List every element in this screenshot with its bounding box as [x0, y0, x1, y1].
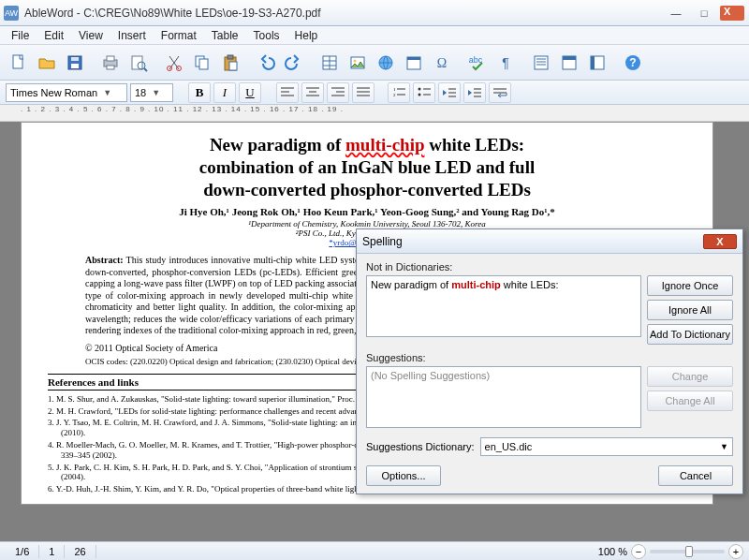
window-title: AbleWord - C:\CREG\No89\White LEDs\oe-19… [24, 7, 661, 20]
svg-rect-0 [13, 55, 22, 68]
svg-point-22 [354, 59, 357, 62]
authors: Ji Hye Oh,¹ Jeong Rok Oh,¹ Hoo Keun Park… [48, 206, 686, 217]
dictionary-select[interactable]: en_US.dic ▼ [480, 437, 733, 456]
ignore-once-button[interactable]: Ignore Once [647, 275, 733, 296]
status-bar: 1/6 1 26 100 % − + [0, 541, 749, 560]
menu-table[interactable]: Table [204, 27, 246, 44]
svg-text:¶: ¶ [502, 55, 509, 70]
menu-format[interactable]: Format [154, 27, 204, 44]
svg-rect-2 [71, 64, 79, 68]
redo-icon[interactable] [281, 50, 307, 76]
menu-tools[interactable]: Tools [246, 27, 287, 44]
menu-insert[interactable]: Insert [110, 27, 154, 44]
change-all-button: Change All [647, 391, 733, 411]
spellcheck-icon[interactable]: abc [464, 50, 491, 76]
svg-text:2: 2 [393, 93, 396, 97]
not-in-dict-textbox[interactable]: New paradigm of multi-chip white LEDs: [366, 275, 641, 337]
horizontal-ruler[interactable]: . 1 . 2 . 3 . 4 . 5 . 6 . 7 . 8 . 9 . 10… [0, 105, 749, 122]
align-left-icon[interactable] [276, 82, 299, 103]
zoom-slider-thumb[interactable] [685, 546, 693, 557]
svg-point-10 [168, 66, 172, 70]
copy-icon[interactable] [189, 50, 215, 76]
svg-line-9 [144, 68, 147, 71]
app-icon: AW [4, 6, 19, 21]
zoom-slider[interactable] [650, 550, 725, 553]
font-size-combo[interactable]: 18▼ [130, 83, 173, 102]
align-right-icon[interactable] [327, 82, 349, 103]
new-icon[interactable] [6, 50, 32, 76]
align-center-icon[interactable] [301, 82, 324, 103]
cut-icon[interactable] [161, 50, 187, 76]
svg-text:?: ? [629, 56, 636, 69]
menu-bar: File Edit View Insert Format Table Tools… [0, 26, 749, 45]
maximize-button[interactable]: □ [691, 5, 717, 22]
underline-button[interactable]: U [239, 82, 261, 103]
menu-file[interactable]: File [4, 27, 37, 44]
suggestions-label: Suggestions: [366, 352, 733, 363]
insert-date-icon[interactable] [401, 50, 427, 76]
dialog-titlebar[interactable]: Spelling X [357, 229, 742, 254]
not-in-dict-label: Not in Dictionaries: [366, 261, 733, 273]
align-justify-icon[interactable] [352, 82, 374, 103]
paste-icon[interactable] [217, 50, 243, 76]
svg-rect-6 [107, 66, 114, 69]
layout1-icon[interactable] [528, 50, 554, 76]
open-icon[interactable] [34, 50, 60, 76]
options-button[interactable]: Options... [366, 465, 441, 486]
help-icon[interactable]: ? [620, 50, 646, 76]
print-icon[interactable] [97, 50, 124, 76]
indent-icon[interactable] [463, 82, 486, 103]
zoom-control: 100 % − + [598, 544, 743, 559]
spelling-dialog: Spelling X Not in Dictionaries: New para… [356, 228, 743, 494]
dictionary-value: en_US.dic [485, 441, 721, 452]
chevron-down-icon: ▼ [720, 442, 728, 451]
zoom-value: 100 % [598, 546, 627, 557]
bul-list-icon[interactable] [413, 82, 435, 103]
svg-text:1: 1 [393, 87, 396, 92]
menu-edit[interactable]: Edit [37, 27, 71, 44]
word-wrap-icon[interactable] [489, 82, 511, 103]
page-indicator[interactable]: 1/6 [6, 545, 39, 558]
status-tab-2[interactable]: 26 [65, 545, 95, 558]
cancel-button[interactable]: Cancel [658, 465, 733, 486]
save-icon[interactable] [62, 50, 88, 76]
affiliation-1: ¹Department of Chemistry, Kookmin Univer… [48, 219, 686, 228]
format-toolbar: Times New Roman▼ 18▼ B I U 12 [0, 81, 749, 105]
layout3-icon[interactable] [584, 50, 610, 76]
svg-point-56 [419, 93, 421, 96]
pilcrow-icon[interactable]: ¶ [492, 50, 519, 76]
menu-view[interactable]: View [71, 27, 110, 44]
num-list-icon[interactable]: 12 [388, 82, 410, 103]
italic-button[interactable]: I [213, 82, 236, 103]
insert-link-icon[interactable] [373, 50, 399, 76]
title-bar: AW AbleWord - C:\CREG\No89\White LEDs\oe… [0, 0, 749, 26]
svg-text:Ω: Ω [437, 56, 447, 70]
dialog-close-icon[interactable]: X [703, 234, 737, 249]
zoom-out-button[interactable]: − [631, 544, 646, 559]
outdent-icon[interactable] [438, 82, 461, 103]
close-button[interactable]: X [719, 5, 745, 22]
font-family-value: Times New Roman [10, 87, 97, 98]
undo-icon[interactable] [253, 50, 279, 76]
insert-image-icon[interactable] [345, 50, 371, 76]
print-preview-icon[interactable] [125, 50, 152, 76]
ignore-all-button[interactable]: Ignore All [647, 300, 733, 320]
change-button: Change [647, 366, 733, 387]
zoom-in-button[interactable]: + [728, 544, 743, 559]
svg-rect-3 [71, 57, 79, 61]
minimize-button[interactable]: — [663, 5, 689, 22]
suggestions-listbox[interactable]: (No Spelling Suggestions) [366, 366, 641, 428]
svg-rect-7 [132, 56, 142, 69]
bold-button[interactable]: B [188, 82, 211, 103]
add-to-dictionary-button[interactable]: Add To Dictionary [647, 324, 733, 345]
svg-rect-13 [199, 59, 208, 69]
menu-help[interactable]: Help [287, 27, 326, 44]
chevron-down-icon: ▼ [152, 88, 160, 97]
insert-table-icon[interactable] [316, 50, 343, 76]
status-tab-1[interactable]: 1 [39, 545, 65, 558]
font-family-combo[interactable]: Times New Roman▼ [6, 83, 127, 102]
layout2-icon[interactable] [556, 50, 582, 76]
insert-char-icon[interactable]: Ω [429, 50, 455, 76]
svg-rect-25 [407, 57, 420, 60]
svg-rect-5 [107, 56, 114, 61]
